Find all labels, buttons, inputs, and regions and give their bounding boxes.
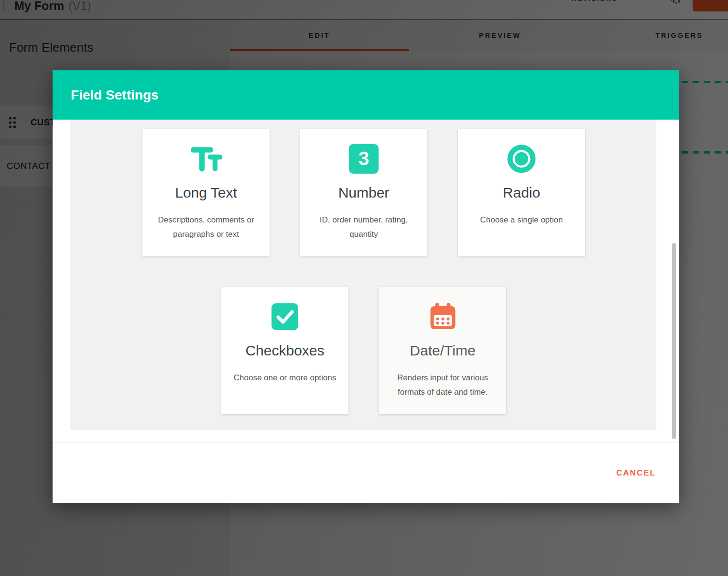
- field-type-description: Renders input for various formats of dat…: [379, 371, 506, 399]
- checkboxes-icon: [271, 301, 299, 332]
- field-type-card-radio[interactable]: Radio Choose a single option: [458, 129, 585, 256]
- field-type-description: Choose a single option: [469, 213, 575, 227]
- field-type-name: Date/Time: [410, 343, 475, 359]
- calendar-icon: [429, 301, 456, 332]
- field-type-card-checkboxes[interactable]: Checkboxes Choose one or more options: [221, 287, 348, 414]
- field-type-description: Descriptions, comments or paragraphs or …: [142, 213, 270, 242]
- footer-divider: [53, 443, 679, 443]
- cancel-button[interactable]: CANCEL: [616, 463, 656, 484]
- field-type-card-number[interactable]: 3 Number ID, order number, rating, quant…: [300, 129, 427, 256]
- field-type-name: Long Text: [175, 185, 237, 201]
- dialog-title: Field Settings: [71, 88, 159, 103]
- field-type-description: Choose one or more options: [222, 371, 348, 385]
- number-icon-digit: 3: [359, 148, 369, 169]
- field-type-description: ID, order number, rating, quantity: [300, 213, 427, 242]
- field-type-name: Checkboxes: [245, 343, 324, 359]
- field-type-name: Number: [338, 185, 390, 201]
- field-type-card-long-text[interactable]: Long Text Descriptions, comments or para…: [142, 129, 270, 256]
- long-text-icon: [190, 144, 222, 174]
- dialog-header: Field Settings: [53, 70, 679, 120]
- modal-scrollbar[interactable]: [672, 243, 676, 439]
- number-icon: 3: [349, 144, 379, 174]
- field-settings-dialog: Field Settings Long Text Descriptions, c…: [53, 70, 679, 503]
- field-type-card-date-time[interactable]: Date/Time Renders input for various form…: [379, 287, 506, 414]
- field-type-name: Radio: [503, 185, 540, 201]
- radio-icon: [507, 144, 536, 174]
